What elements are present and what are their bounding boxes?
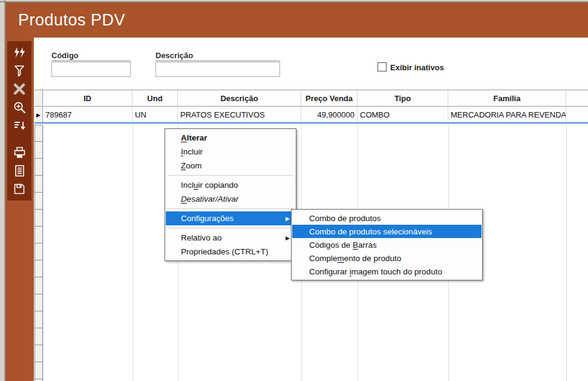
header-trailing-cell xyxy=(566,90,588,106)
submenu-arrow-icon: ▶ xyxy=(286,235,290,241)
menu-item-relativo-ao[interactable]: Relativo ao▶ xyxy=(166,231,295,245)
save-icon[interactable] xyxy=(10,180,28,198)
record-selector-cell[interactable] xyxy=(34,345,43,362)
cell-preco-venda: 49,900000 xyxy=(301,107,358,122)
cell-id: 789687 xyxy=(43,107,132,122)
menu-item-complemento-de-produto[interactable]: Complemento de produto xyxy=(292,251,482,265)
menu-item-incluir[interactable]: Incluir xyxy=(166,145,295,159)
record-selector-cell[interactable] xyxy=(34,227,43,244)
record-selector-cell[interactable] xyxy=(34,328,43,345)
grid-selected-row[interactable]: ▶789687UNPRATOS EXECUTIVOS49,900000COMBO… xyxy=(34,107,588,124)
column-header-descricao[interactable]: Descrição xyxy=(178,90,301,106)
menu-item-label: Propriedades (CTRL+T) xyxy=(181,247,290,256)
grid-vline xyxy=(132,125,133,381)
record-selector-cell[interactable] xyxy=(34,260,43,277)
menu-item-combo-de-produtos[interactable]: Combo de produtos xyxy=(292,211,482,225)
record-selector-cell[interactable] xyxy=(34,176,43,193)
grid-vline xyxy=(566,125,567,381)
menu-item-label: Configurações xyxy=(181,214,281,223)
record-selector-cell[interactable] xyxy=(34,362,43,379)
column-header-preco-venda[interactable]: Preço Venda xyxy=(301,90,358,106)
record-selector-cell[interactable] xyxy=(34,159,43,176)
menu-item-label: Configurar imagem touch do produto xyxy=(309,267,476,276)
menu-item-propriedades[interactable]: Propriedades (CTRL+T) xyxy=(166,245,295,259)
record-selector-cell[interactable] xyxy=(34,277,43,294)
record-selector-cell[interactable] xyxy=(34,125,43,142)
record-selector-cell[interactable] xyxy=(34,210,43,227)
menu-item-label: Relativo ao xyxy=(181,233,281,242)
cell-familia: MERCADORIA PARA REVENDA xyxy=(448,107,566,122)
report-icon[interactable] xyxy=(10,162,28,180)
menu-item-label: Desativar/Ativar xyxy=(181,194,290,204)
zoom-icon[interactable] xyxy=(10,98,28,116)
submenu-arrow-icon: ▶ xyxy=(286,216,290,222)
menu-item-configuracoes[interactable]: Configurações▶ xyxy=(166,211,295,225)
record-selector-column xyxy=(34,125,43,381)
menu-item-configurar-imagem-touch[interactable]: Configurar imagem touch do produto xyxy=(292,265,482,278)
menu-item-alterar[interactable]: Alterar xyxy=(166,131,295,145)
menu-item-label: Alterar xyxy=(181,133,290,142)
codigo-underline xyxy=(51,61,131,61)
record-selector-cell[interactable] xyxy=(34,244,43,260)
filter-icon[interactable] xyxy=(10,62,28,80)
codigo-label: Código xyxy=(51,51,79,60)
context-menu: AlterarIncluirZoomIncluir copiandoDesati… xyxy=(165,128,296,261)
menu-item-incluir-copiando[interactable]: Incluir copiando xyxy=(166,178,295,192)
descricao-input[interactable] xyxy=(155,62,280,77)
header-selector-cell xyxy=(34,90,43,106)
menu-item-label: Combo de produtos xyxy=(309,214,476,223)
exibir-inativos-label: Exibir inativos xyxy=(390,63,444,72)
menu-item-desativar-ativar[interactable]: Desativar/Ativar xyxy=(166,192,295,206)
column-header-id[interactable]: ID xyxy=(43,90,132,106)
column-header-familia[interactable]: Família xyxy=(448,90,566,106)
column-header-tipo[interactable]: Tipo xyxy=(358,90,448,106)
cell-und: UN xyxy=(132,107,178,122)
menu-item-label: Incluir copiando xyxy=(181,181,290,190)
menu-item-zoom[interactable]: Zoom xyxy=(166,159,295,173)
print-icon[interactable] xyxy=(10,144,28,162)
refresh-icon[interactable] xyxy=(10,44,28,62)
menu-item-codigos-de-barras[interactable]: Códigos de Barras xyxy=(292,238,482,251)
grid-header-row: IDUndDescriçãoPreço VendaTipoFamília xyxy=(34,90,588,107)
descricao-label: Descrição xyxy=(155,51,193,60)
cell-trailing xyxy=(566,107,588,122)
menu-item-label: Códigos de Barras xyxy=(309,240,476,250)
record-selector-cell[interactable] xyxy=(34,311,43,328)
window-title: Produtos PDV xyxy=(5,2,588,38)
sort-icon[interactable] xyxy=(10,116,28,134)
record-selector-cell[interactable] xyxy=(34,142,43,159)
menu-separator xyxy=(168,228,293,228)
record-selector-cell[interactable] xyxy=(34,294,43,311)
menu-separator xyxy=(168,208,293,209)
cell-tipo: COMBO xyxy=(358,107,448,122)
record-selector-cell[interactable] xyxy=(34,193,43,210)
cell-descricao: PRATOS EXECUTIVOS xyxy=(178,107,301,122)
menu-item-label: Zoom xyxy=(181,161,290,170)
grid-vline xyxy=(43,125,44,381)
row-selector-marker: ▶ xyxy=(34,107,43,122)
menu-separator xyxy=(168,175,293,176)
column-header-und[interactable]: Und xyxy=(132,90,178,106)
menu-item-label: Combo de produtos selecionáveis xyxy=(309,227,476,236)
left-toolbar xyxy=(7,41,31,200)
descricao-underline xyxy=(155,61,280,61)
menu-item-label: Incluir xyxy=(181,147,290,156)
menu-item-label: Complemento de produto xyxy=(309,254,476,263)
codigo-input[interactable] xyxy=(51,62,131,77)
app-screen: Produtos PDV xyxy=(0,0,588,381)
clear-filter-icon[interactable] xyxy=(10,80,28,98)
exibir-inativos-checkbox[interactable] xyxy=(377,62,387,71)
configuracoes-submenu: Combo de produtosCombo de produtos selec… xyxy=(291,209,483,280)
menu-item-combo-de-produtos-selecionaveis[interactable]: Combo de produtos selecionáveis xyxy=(292,225,482,238)
